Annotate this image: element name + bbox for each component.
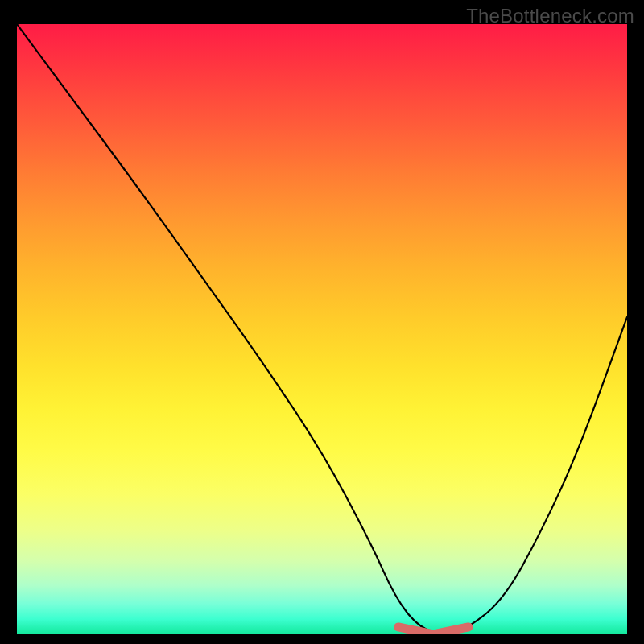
plot-area — [17, 24, 627, 634]
chart-stage: TheBottleneck.com — [0, 0, 644, 644]
trough-marker-path — [398, 627, 469, 634]
curve-svg — [17, 24, 627, 634]
watermark-text: TheBottleneck.com — [466, 5, 634, 27]
bottleneck-curve-path — [17, 24, 627, 633]
bottom-black-bar — [17, 634, 627, 644]
